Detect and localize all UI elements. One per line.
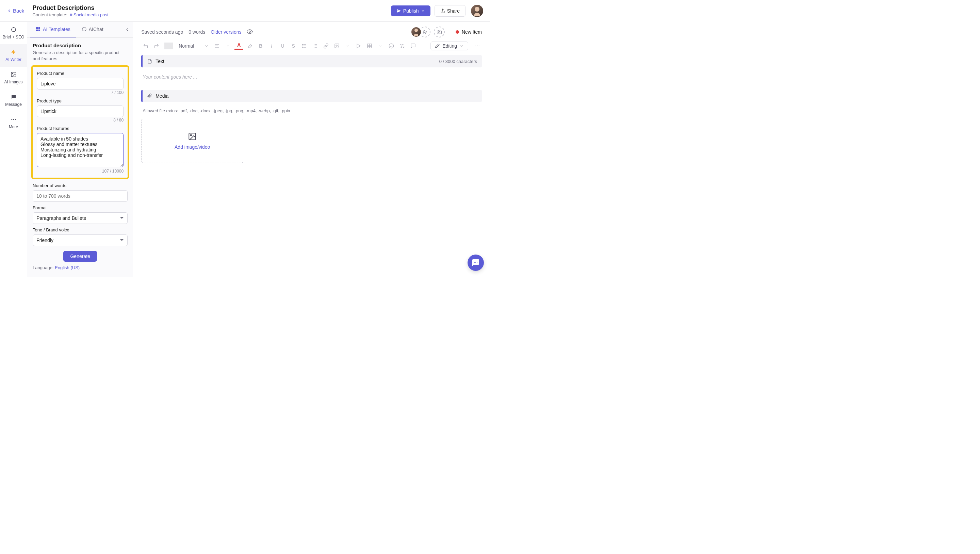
align-dropdown[interactable] (224, 41, 232, 50)
numbered-list-button[interactable] (311, 41, 320, 50)
underline-button[interactable]: U (278, 41, 287, 50)
intercom-icon (472, 259, 480, 267)
target-icon (11, 27, 17, 33)
table-icon (367, 43, 372, 49)
comment-icon (410, 43, 416, 49)
nav-more[interactable]: More (0, 111, 27, 134)
tab-ai-chat[interactable]: AIChat (76, 22, 109, 37)
chevron-left-icon (7, 8, 11, 13)
page-title: Product Descriptions (32, 5, 108, 11)
svg-point-15 (249, 30, 251, 32)
highlight-button[interactable] (245, 41, 254, 50)
text-block-title: Text (156, 59, 164, 64)
share-label: Share (447, 8, 460, 14)
chevron-down-icon (226, 44, 230, 48)
label-product-type: Product type (37, 98, 124, 103)
insert-image-button[interactable] (332, 41, 341, 50)
document-icon (147, 59, 152, 64)
svg-point-28 (302, 47, 302, 47)
emoji-icon (388, 43, 394, 49)
add-media-link[interactable]: Add image/video (175, 144, 210, 150)
allowed-extensions: Allowed file extns: .pdf, .doc, .docx, .… (141, 105, 482, 119)
status-selector[interactable]: New Item (456, 29, 482, 35)
label-format: Format (33, 205, 127, 210)
title-block: Product Descriptions Content template: #… (32, 5, 108, 18)
italic-button[interactable]: I (267, 41, 276, 50)
back-button[interactable]: Back (7, 8, 24, 14)
undo-button[interactable] (141, 41, 150, 50)
back-label: Back (13, 8, 24, 14)
nav-ai-images[interactable]: AI Images (0, 67, 27, 89)
chevron-down-icon (421, 9, 425, 13)
text-color-button[interactable]: A (234, 42, 243, 50)
tab-chat-label: AIChat (89, 27, 103, 32)
nav-images-label: AI Images (5, 80, 23, 84)
generate-button[interactable]: Generate (63, 251, 97, 262)
nav-brief-seo[interactable]: Brief + SEO (0, 22, 27, 44)
ai-panel: AI Templates AIChat Product description … (27, 22, 133, 277)
dots-icon (475, 43, 480, 49)
input-num-words[interactable] (33, 190, 127, 202)
comment-button[interactable] (409, 41, 417, 50)
collaborator-placeholder[interactable] (434, 27, 445, 37)
tab-ai-templates[interactable]: AI Templates (30, 22, 76, 37)
svg-point-44 (476, 46, 476, 46)
heading-select[interactable]: Normal (177, 41, 211, 50)
dots-icon (11, 116, 17, 123)
media-dropzone[interactable]: Add image/video (141, 119, 243, 163)
align-button[interactable] (213, 41, 221, 50)
panel-title: Product description (33, 43, 127, 48)
nav-ai-writer[interactable]: AI Writer (0, 44, 27, 67)
editing-mode-select[interactable]: Editing (430, 41, 468, 50)
form-highlight: Product name 7 / 100 Product type 8 / 80… (31, 65, 129, 179)
select-tone[interactable]: Friendly (33, 234, 127, 246)
user-avatar[interactable] (471, 5, 483, 17)
lang-link[interactable]: English (US) (55, 265, 80, 270)
collaborator-avatar[interactable] (411, 27, 422, 37)
text-block-header[interactable]: Text 0 / 3000 characters (141, 55, 482, 67)
table-button[interactable] (365, 41, 374, 50)
clear-format-button[interactable] (398, 41, 407, 50)
input-product-name[interactable] (37, 78, 124, 89)
input-product-features[interactable] (37, 133, 124, 167)
user-plus-icon (423, 30, 427, 34)
image-dropdown[interactable] (343, 41, 352, 50)
nav-writer-label: AI Writer (5, 57, 21, 62)
chevron-down-icon (205, 44, 208, 48)
table-dropdown[interactable] (376, 41, 385, 50)
publish-label: Publish (403, 8, 419, 14)
strike-button[interactable]: S (289, 41, 298, 50)
chevron-down-icon (460, 44, 464, 48)
label-tone: Tone / Brand voice (33, 227, 127, 232)
share-button[interactable]: Share (434, 5, 466, 17)
list-icon (301, 43, 307, 49)
bold-button[interactable]: B (256, 41, 265, 50)
nav-message[interactable]: Message (0, 89, 27, 111)
panel-collapse-button[interactable] (124, 26, 131, 33)
template-link[interactable]: Social media post (73, 12, 108, 18)
publish-button[interactable]: Publish (391, 5, 430, 16)
select-format[interactable]: Paragraphs and Bullets (33, 212, 127, 224)
visibility-button[interactable] (247, 29, 253, 36)
editor-toolbar: Normal A B I U S Editing (133, 40, 490, 55)
svg-point-10 (14, 119, 16, 120)
svg-rect-12 (38, 27, 40, 29)
nav-message-label: Message (5, 102, 22, 107)
bullet-list-button[interactable] (300, 41, 309, 50)
emoji-button[interactable] (387, 41, 396, 50)
editor-content-area[interactable]: Your content goes here ... (141, 71, 482, 90)
clear-format-icon (399, 43, 405, 49)
camera-icon (437, 30, 442, 34)
media-block-header[interactable]: Media (141, 90, 482, 102)
media-block-title: Media (156, 93, 169, 99)
more-button[interactable] (473, 41, 482, 50)
label-product-name: Product name (37, 71, 124, 76)
link-button[interactable] (321, 41, 331, 50)
older-versions-link[interactable]: Older versions (211, 29, 241, 35)
help-chat-button[interactable] (468, 255, 484, 271)
redo-button[interactable] (152, 41, 161, 50)
video-button[interactable] (354, 41, 363, 50)
lang-label: Language: (33, 265, 53, 270)
input-product-type[interactable] (37, 105, 124, 117)
chevron-left-icon (125, 27, 130, 32)
